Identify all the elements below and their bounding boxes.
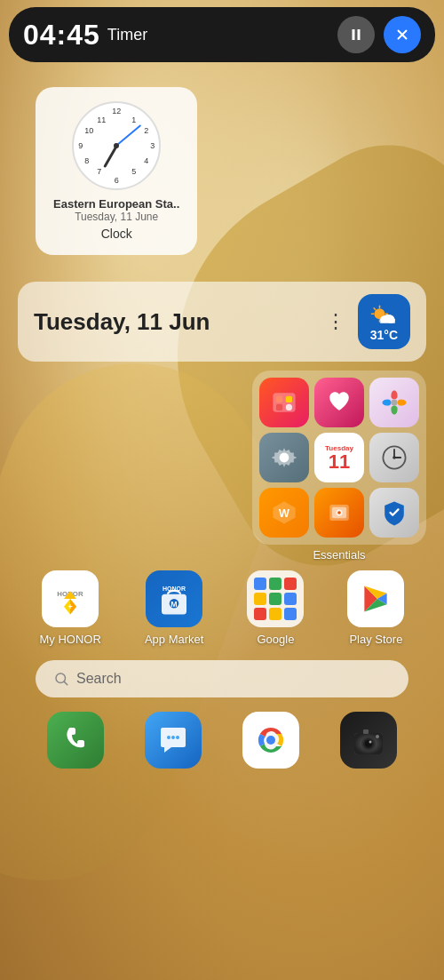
search-placeholder: Search bbox=[76, 671, 122, 687]
date-right: ⋮ 31°C bbox=[326, 294, 410, 349]
svg-rect-0 bbox=[353, 29, 355, 40]
timer-buttons bbox=[337, 16, 421, 53]
camera-icon bbox=[351, 722, 386, 758]
timer-label: Timer bbox=[107, 26, 147, 44]
shield-icon bbox=[378, 497, 410, 529]
app-item-play-store[interactable]: Play Store bbox=[347, 570, 404, 646]
hour-hand bbox=[103, 145, 118, 168]
timer-close-button[interactable] bbox=[384, 16, 421, 53]
svg-text:+: + bbox=[68, 602, 73, 611]
app-item-app-market[interactable]: HONOR M App Market bbox=[145, 570, 203, 646]
app-icon-my-honor[interactable]: HONOR + bbox=[42, 570, 99, 627]
health-icon bbox=[323, 386, 355, 418]
clock-icon bbox=[378, 442, 410, 474]
app-icon-theme[interactable] bbox=[259, 378, 309, 427]
search-bar[interactable]: Search bbox=[36, 660, 408, 697]
svg-point-22 bbox=[281, 454, 289, 462]
apps-area: Tuesday 11 W bbox=[18, 370, 426, 562]
app-label-play-store: Play Store bbox=[349, 633, 402, 646]
app-item-my-honor[interactable]: HONOR + My HONOR bbox=[40, 570, 101, 646]
essentials-folder[interactable]: Tuesday 11 W bbox=[252, 370, 426, 562]
clock-timezone: Eastern European Sta.. bbox=[53, 197, 179, 211]
office-icon: W bbox=[268, 497, 300, 529]
app-icon-google[interactable] bbox=[247, 570, 304, 627]
svg-point-45 bbox=[171, 736, 175, 739]
safe-icon bbox=[323, 497, 355, 529]
svg-line-43 bbox=[64, 681, 67, 684]
timer-pause-button[interactable] bbox=[337, 16, 375, 53]
center-dot bbox=[114, 143, 119, 148]
timer-left: 04:45 Timer bbox=[23, 19, 147, 52]
settings-icon bbox=[268, 442, 300, 474]
svg-text:W: W bbox=[279, 507, 289, 520]
weather-icon bbox=[370, 301, 397, 328]
app-market-icon: HONOR M bbox=[149, 574, 199, 624]
svg-point-44 bbox=[167, 736, 170, 739]
theme-icon bbox=[268, 386, 300, 418]
svg-rect-18 bbox=[276, 404, 282, 410]
app-icon-photos[interactable] bbox=[369, 378, 419, 427]
svg-point-19 bbox=[286, 404, 292, 410]
play-store-icon bbox=[360, 583, 392, 615]
svg-rect-1 bbox=[358, 29, 361, 40]
svg-rect-14 bbox=[381, 319, 396, 323]
dock-icon-chrome[interactable] bbox=[242, 712, 299, 769]
weather-badge[interactable]: 31°C bbox=[358, 294, 410, 349]
timer-bar: 04:45 Timer bbox=[9, 7, 435, 62]
pause-icon bbox=[348, 27, 364, 43]
svg-line-9 bbox=[374, 308, 376, 310]
date-widget: Tuesday, 11 Jun ⋮ 31°C bbox=[18, 282, 426, 362]
essentials-area: Tuesday 11 W bbox=[18, 370, 426, 562]
app-icon-settings[interactable] bbox=[259, 433, 309, 482]
app-icon-calendar[interactable]: Tuesday 11 bbox=[314, 433, 364, 482]
svg-rect-56 bbox=[363, 729, 369, 734]
search-icon bbox=[53, 671, 69, 687]
app-item-google[interactable]: Google bbox=[247, 570, 304, 646]
clock-widget[interactable]: 12 1 2 3 4 5 6 7 8 9 10 11 Eastern Europ… bbox=[36, 87, 197, 255]
more-options-button[interactable]: ⋮ bbox=[326, 310, 347, 333]
app-icon-safe[interactable] bbox=[314, 488, 364, 538]
svg-point-49 bbox=[266, 736, 275, 745]
app-icon-clock[interactable] bbox=[369, 433, 419, 482]
svg-point-46 bbox=[176, 736, 179, 739]
timer-time: 04:45 bbox=[23, 19, 100, 52]
dock-icon-phone[interactable] bbox=[47, 712, 104, 769]
app-icon-play-store[interactable] bbox=[347, 570, 404, 627]
svg-rect-16 bbox=[276, 396, 282, 402]
app-icon-health[interactable] bbox=[314, 378, 364, 427]
photos-icon bbox=[378, 386, 410, 418]
svg-point-57 bbox=[376, 735, 379, 738]
essentials-grid: Tuesday 11 W bbox=[252, 370, 426, 545]
my-honor-icon: HONOR + bbox=[45, 574, 95, 624]
messages-icon bbox=[155, 722, 191, 758]
app-icon-app-market[interactable]: HONOR M bbox=[146, 570, 202, 627]
date-display: Tuesday, 11 Jun bbox=[34, 308, 210, 336]
phone-icon bbox=[58, 722, 93, 758]
app-icon-office[interactable]: W bbox=[259, 488, 309, 538]
minute-hand bbox=[116, 124, 142, 147]
dock-icon-camera[interactable] bbox=[340, 712, 397, 769]
svg-point-32 bbox=[337, 511, 341, 514]
bottom-apps-row: HONOR + My HONOR HONOR M App Mar bbox=[0, 570, 444, 646]
clock-app-label: Clock bbox=[101, 227, 132, 241]
close-icon bbox=[394, 27, 410, 43]
weather-temperature: 31°C bbox=[370, 328, 398, 342]
clock-date: Tuesday, 11 June bbox=[75, 211, 158, 223]
clock-face: 12 1 2 3 4 5 6 7 8 9 10 11 bbox=[72, 101, 161, 190]
app-label-google: Google bbox=[257, 633, 294, 646]
svg-text:M: M bbox=[170, 600, 177, 609]
app-icon-shield[interactable] bbox=[369, 488, 419, 538]
dock-icon-messages[interactable] bbox=[145, 712, 202, 769]
app-label-app-market: App Market bbox=[145, 633, 203, 646]
svg-point-55 bbox=[369, 741, 372, 744]
svg-point-20 bbox=[391, 399, 397, 405]
svg-point-26 bbox=[392, 456, 396, 459]
chrome-icon bbox=[253, 722, 289, 758]
essentials-label: Essentials bbox=[313, 548, 365, 562]
svg-rect-17 bbox=[286, 396, 292, 402]
app-label-my-honor: My HONOR bbox=[40, 633, 101, 646]
dock bbox=[0, 712, 444, 769]
google-grid bbox=[250, 574, 300, 624]
calendar-day: 11 bbox=[329, 452, 350, 472]
